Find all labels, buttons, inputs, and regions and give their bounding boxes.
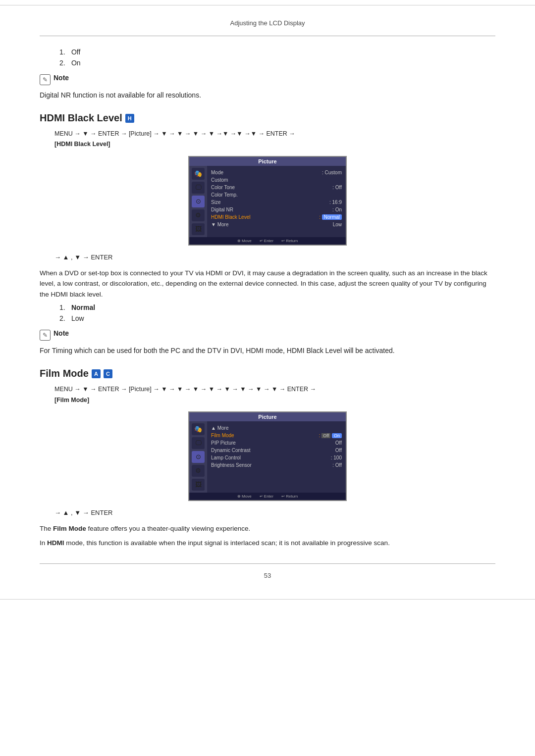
icon-5: 🖼 [192,223,205,235]
hdmi-menu-title: Picture [189,157,346,166]
hdmi-badge: H [125,114,134,123]
icon-4: ⚙ [192,209,205,221]
film-row-brightness: Brightness Sensor : Off [211,461,342,469]
film-menu-path: MENU → ▼ → ENTER → [Picture] → ▼ → ▼ → ▼… [54,384,495,405]
hdmi-body-text: When a DVD or set-top box is connected t… [40,268,495,300]
hdmi-menu-panel: Picture 🎭 🖵 ⊙ ⚙ 🖼 Mode : Custo [189,157,346,245]
film-tv-screen: Picture 🎭 🖵 ⊙ ⚙ 🖼 ▲ More [188,411,347,501]
hdmi-nav-instruction: → ▲ , ▼ → ENTER [54,253,495,261]
film-mode-heading: Film Mode A C [40,368,495,379]
film-menu-panel: Picture 🎭 🖵 ⊙ ⚙ 🖼 ▲ More [189,412,346,500]
header-title: Adjusting the LCD Display [230,19,305,27]
menu-row-more-low: ▼ More Low [211,221,342,228]
menu-row-mode: Mode : Custom [211,169,342,176]
film-icon-3: ⊙ [192,451,205,463]
menu-row-size: Size : 16:9 [211,199,342,206]
film-icon-5: 🖼 [192,479,205,491]
menu-row-custom: Custom [211,176,342,184]
digital-nr-note-text: Digital NR function is not available for… [40,90,495,101]
hdmi-menu-path: MENU → ▼ → ENTER → [Picture] → ▼ → ▼ → ▼… [54,129,495,150]
film-row-pip: PIP Picture Off [211,439,342,447]
hdmi-note: ✎ Note For Timing which can be used for … [40,329,495,356]
hdmi-note-label: Note [54,329,69,337]
menu-row-colortone: Color Tone : Off [211,184,342,191]
film-row-filmmode: Film Mode : Off On [211,432,342,439]
hdmi-black-level-section: HDMI Black Level H MENU → ▼ → ENTER → [P… [40,112,495,356]
option-off: 1. Off [59,48,495,56]
film-icons-col: 🎭 🖵 ⊙ ⚙ 🖼 [189,421,207,493]
film-mode-section: Film Mode A C MENU → ▼ → ENTER → [Pictur… [40,368,495,549]
hdmi-option-low: 2. Low [59,314,495,322]
film-badge-a: A [92,369,101,378]
film-menu-bottom: ⊕ Move ↵ Enter ↩ Return [189,493,346,500]
film-menu-content: ▲ More Film Mode : Off On PIP Picture Of… [207,421,346,493]
hdmi-black-level-heading: HDMI Black Level H [40,112,495,124]
hdmi-screen-container: Picture 🎭 🖵 ⊙ ⚙ 🖼 Mode : Custo [40,156,495,246]
film-screen-container: Picture 🎭 🖵 ⊙ ⚙ 🖼 ▲ More [40,411,495,501]
icon-1: 🎭 [192,168,205,180]
page-footer: 53 [40,563,495,579]
film-body-text1: The Film Mode feature offers you a theat… [40,523,495,534]
hdmi-icons-col: 🎭 🖵 ⊙ ⚙ 🖼 [189,166,207,237]
hdmi-menu-content: Mode : Custom Custom Color Tone : Off [207,166,346,237]
menu-row-digitalnr: Digital NR : On [211,206,342,213]
icon-3: ⊙ [192,196,205,207]
film-icon-1: 🎭 [192,423,205,435]
hdmi-note-text: For Timing which can be used for both th… [40,346,495,356]
film-icon-4: ⚙ [192,465,205,477]
menu-row-colortemp: Color Temp. [211,191,342,199]
note-icon: ✎ [40,74,51,85]
icon-2: 🖵 [192,182,205,194]
hdmi-note-icon: ✎ [40,330,51,341]
film-row-dynamic: Dynamic Contrast Off [211,447,342,454]
film-row-lamp: Lamp Control : 100 [211,454,342,461]
film-menu-title: Picture [189,412,346,421]
film-icon-2: 🖵 [192,437,205,449]
film-nav-instruction: → ▲ , ▼ → ENTER [54,509,495,516]
menu-row-hdmiblack: HDMI Black Level : Normal [211,213,342,221]
hdmi-option-normal: 1. Normal [59,303,495,311]
digital-nr-note: ✎ Note Digital NR function is not availa… [40,74,495,101]
hdmi-tv-screen: Picture 🎭 🖵 ⊙ ⚙ 🖼 Mode : Custo [188,156,347,246]
film-body-text2: In HDMI mode, this function is available… [40,538,495,549]
film-row-more: ▲ More [211,424,342,432]
film-badge-c: C [104,369,112,378]
option-on: 2. On [59,59,495,67]
note-label: Note [54,74,69,82]
page-header: Adjusting the LCD Display [40,15,495,36]
hdmi-menu-bottom: ⊕ Move ↵ Enter ↩ Return [189,237,346,245]
digital-nr-options: 1. Off 2. On [40,48,495,67]
